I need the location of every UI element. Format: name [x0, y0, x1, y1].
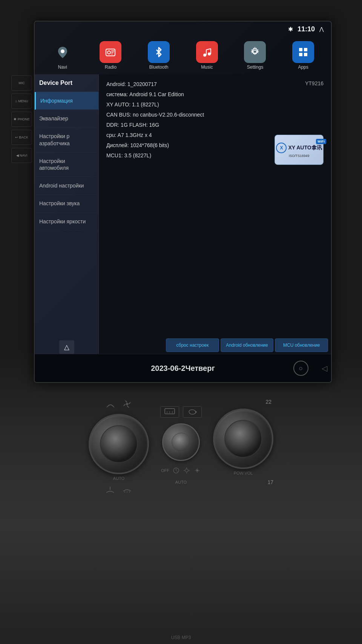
car-screen: ✱ 11:10 ⋀ Navi: [34, 21, 332, 383]
temp-display-right: 22: [213, 399, 273, 405]
status-bar: ✱ 11:10 ⋀: [35, 22, 331, 37]
bluetooth-icon-circle: [148, 41, 170, 63]
xy-auto-brand: XY AUTO拿讯: [288, 144, 322, 151]
reset-button[interactable]: сброс настроек: [166, 338, 219, 352]
center-controls: OFF AUTO: [160, 399, 202, 484]
bluetooth-label: Bluetooth: [149, 65, 169, 70]
off-label: OFF: [161, 468, 169, 473]
center-control-knob[interactable]: [162, 423, 200, 461]
svg-point-2: [107, 51, 110, 54]
dashboard-controls: AUTO: [0, 387, 362, 614]
svg-rect-14: [299, 53, 302, 56]
bluetooth-status-icon: ✱: [288, 26, 293, 33]
usb-label: USB MP3: [171, 635, 191, 640]
info-panel: Android: 1_20200717 система: Android 9.1…: [99, 74, 331, 382]
music-app-icon[interactable]: Music: [196, 41, 218, 70]
center-knob-inner: [172, 433, 190, 452]
radio-icon-circle: [100, 41, 121, 63]
info-line-2: XY AUTO: 1.1 (8227L): [106, 101, 204, 109]
navi-button[interactable]: ◀ NAVI: [11, 148, 32, 163]
svg-rect-12: [299, 48, 302, 51]
bottom-climate-icons: [105, 484, 133, 496]
svg-point-6: [203, 54, 206, 57]
right-knob-inner: [224, 420, 262, 458]
left-control-knob[interactable]: [89, 414, 149, 474]
bluetooth-app-icon[interactable]: Bluetooth: [148, 41, 170, 70]
left-knob-group: AUTO: [89, 399, 149, 496]
temp-17: 17: [267, 479, 273, 485]
ac-icon: [105, 484, 116, 496]
svg-point-34: [196, 469, 198, 472]
phone-button[interactable]: ✱ PHONE: [11, 112, 32, 127]
home-nav-button[interactable]: ○: [293, 361, 308, 376]
settings-app-icon[interactable]: Settings: [244, 41, 266, 70]
main-content: Device Port Информация Эквалайзер Настро…: [35, 74, 331, 382]
temp-22: 22: [265, 399, 272, 405]
svg-line-10: [206, 49, 211, 50]
sidebar-item-equalizer[interactable]: Эквалайзер: [35, 110, 98, 128]
sidebar-item-developer[interactable]: Настройки р азработчика: [35, 128, 98, 152]
svg-marker-25: [196, 411, 197, 413]
radio-label: Radio: [105, 65, 117, 70]
info-line-1: система: Android 9.1 Car Edition: [106, 91, 204, 98]
settings-label: Settings: [247, 65, 263, 70]
left-knob-inner: [100, 425, 138, 463]
wifi-badge: WiFi: [316, 139, 326, 144]
mcu-update-button[interactable]: MCU обновление: [275, 338, 328, 352]
radio-app-icon[interactable]: Radio: [100, 41, 121, 70]
off-auto-labels: OFF: [161, 467, 201, 474]
model-id: YT9216: [305, 80, 324, 86]
svg-line-28: [176, 470, 178, 472]
apps-label: Apps: [298, 65, 308, 70]
sidebar-item-car-settings[interactable]: Настройки автомобиля: [35, 152, 98, 177]
svg-point-16: [126, 403, 128, 405]
svg-line-39: [196, 469, 196, 470]
navi-app-icon[interactable]: Navi: [52, 41, 74, 70]
physical-side-buttons: MIC ⌂ MENU ✱ PHONE ↩ BACK ◀ NAVI: [11, 75, 32, 163]
rear-defrost-icon: [122, 484, 133, 496]
top-climate-buttons: [160, 406, 202, 418]
back-nav-button[interactable]: ◁: [322, 364, 327, 373]
xy-auto-cert: ISO/TS16949: [289, 154, 310, 158]
info-line-5: cpu: A7 1.3GHz x 4: [106, 131, 204, 139]
sidebar-item-sound-settings[interactable]: Настройки звука: [35, 195, 98, 212]
auto-label: AUTO: [175, 480, 187, 484]
sidebar-title: Device Port: [35, 74, 98, 92]
date-display: 2023-06-2Четверг: [151, 364, 215, 373]
svg-point-29: [185, 469, 188, 472]
sidebar: Device Port Информация Эквалайзер Настро…: [35, 74, 99, 382]
svg-rect-15: [304, 53, 307, 56]
back-button[interactable]: ↩ BACK: [11, 130, 32, 145]
sidebar-item-brightness[interactable]: Настройки яркости: [35, 213, 98, 231]
rear-window-btn[interactable]: [160, 406, 179, 418]
svg-line-40: [199, 472, 199, 472]
xy-auto-badge: WiFi X XY AUTO拿讯 ISO/TS16949: [275, 135, 324, 165]
apps-icon-circle: [292, 41, 314, 63]
usb-area: USB MP3: [171, 635, 191, 640]
info-line-0: Android: 1_20200717: [106, 80, 204, 88]
xy-auto-logo: X XY AUTO拿讯: [276, 143, 322, 153]
navi-icon-circle: [52, 41, 74, 63]
android-update-button[interactable]: Android обновление: [221, 338, 274, 352]
climate-icons-row: [105, 399, 133, 410]
brightness-up-button[interactable]: △: [59, 340, 74, 354]
info-line-7: MCU1: 3.5 (8227L): [106, 152, 204, 160]
settings-icon-circle: [244, 41, 266, 63]
recirc-btn[interactable]: [183, 406, 202, 418]
sidebar-item-info[interactable]: Информация: [35, 92, 98, 110]
right-knob-group: 22 POW.VOL 17: [213, 399, 273, 485]
info-line-4: DDR: 1G FLASH: 16G: [106, 121, 204, 129]
temp-display-right2: 17: [213, 479, 273, 485]
right-control-knob[interactable]: [213, 409, 273, 469]
navi-label: Navi: [58, 65, 67, 70]
menu-button[interactable]: ⌂ MENU: [11, 94, 32, 109]
bottom-action-buttons: сброс настроек Android обновление MCU об…: [163, 338, 331, 352]
bottom-bar: 2023-06-2Четверг ○ ◁: [35, 354, 331, 382]
sidebar-item-android-settings[interactable]: Android настройки: [35, 177, 98, 195]
chevron-up-icon: ⋀: [319, 26, 324, 32]
app-icons-row: Navi Radio Bluetooth: [35, 37, 331, 74]
fan-icon: [122, 399, 133, 410]
apps-app-icon[interactable]: Apps: [292, 41, 314, 70]
defrost-icon: [105, 399, 116, 410]
mic-button[interactable]: MIC: [11, 75, 32, 91]
